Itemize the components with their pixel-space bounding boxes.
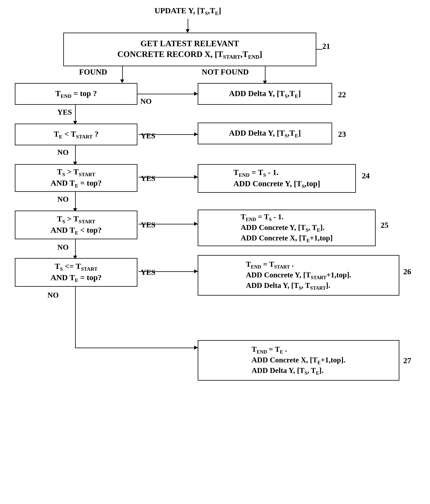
box-23: ADD Delta Y, [TS,TE] [198, 123, 332, 144]
box-23-num: 23 [338, 129, 346, 139]
yes-label-4: YES [141, 220, 155, 229]
box-27-num: 27 [403, 356, 411, 365]
no-label-4: NO [57, 243, 69, 252]
no-label-2: NO [57, 148, 69, 157]
box-21-num: 21 [322, 42, 330, 51]
no-label-3: NO [57, 195, 69, 203]
found-label: FOUND [79, 67, 107, 77]
yes-label-2: YES [141, 132, 155, 140]
box-24: TEND = TS - 1.ADD Concrete Y, [TS,top] [198, 164, 356, 193]
no-label-5: NO [47, 291, 59, 299]
yes-label-5: YES [141, 268, 155, 277]
box-21: GET LATEST RELEVANTCONCRETE RECORD X, [T… [63, 33, 316, 66]
box-25-num: 25 [381, 220, 388, 230]
box-ts-tstart-top: TS > TSTARTAND TE = top? [15, 164, 137, 192]
yes-label-3: YES [141, 174, 155, 183]
box-ts-lte-tstart: TS <= TSTARTAND TE = top? [15, 258, 137, 287]
box-22-num: 22 [338, 90, 346, 99]
no-label-1: NO [140, 97, 152, 106]
yes-label-1: YES [57, 108, 72, 117]
flowchart-diagram: UPDATE Y, [TS,TE] GET LATEST RELEVANTCON… [0, 0, 430, 504]
box-26-num: 26 [403, 267, 411, 276]
box-25: TEND = TS - 1.ADD Concrete Y, [TS, TE].A… [198, 210, 376, 246]
not-found-label: NOT FOUND [202, 67, 249, 77]
box-27: TEND = TE .ADD Concrete X, [TE+1,top].AD… [198, 340, 399, 381]
box-26: TEND = TSTART .ADD Concrete Y, [TSTART+1… [198, 255, 399, 296]
box-ts-tstart-ltop: TS > TSTARTAND TE < top? [15, 211, 137, 239]
box-te-tstart: TE < TSTART ? [15, 124, 137, 145]
box-24-num: 24 [362, 171, 370, 180]
update-label: UPDATE Y, [TS,TE] [138, 6, 237, 16]
box-tend-top: TEND = top ? [15, 83, 137, 105]
box-22: ADD Delta Y, [TS,TE] [198, 83, 332, 105]
